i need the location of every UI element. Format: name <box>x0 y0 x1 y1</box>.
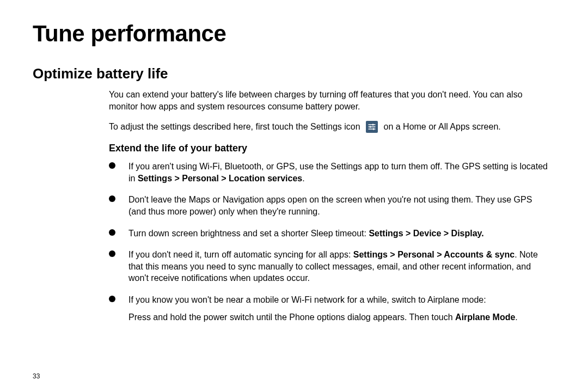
list-item: If you aren't using Wi-Fi, Bluetooth, or… <box>109 161 550 184</box>
bullet-text: Don't leave the Maps or Navigation apps … <box>128 195 532 216</box>
bullet-text: . <box>515 313 517 322</box>
svg-rect-4 <box>370 126 371 128</box>
bullet-text: Turn down screen brightness and set a sh… <box>128 229 369 238</box>
bullet-bold: Settings > Device > Display. <box>369 229 483 238</box>
svg-rect-3 <box>372 124 373 126</box>
page-number: 33 <box>33 372 40 380</box>
svg-rect-5 <box>373 128 374 130</box>
bullet-subtext: Press and hold the power switch until th… <box>128 311 550 323</box>
section-heading: Optimize battery life <box>33 65 555 82</box>
bullet-bold: Settings > Personal > Location services <box>138 174 302 183</box>
list-item: Don't leave the Maps or Navigation apps … <box>109 194 550 217</box>
page-title: Tune performance <box>33 21 555 47</box>
list-item: If you don't need it, turn off automatic… <box>109 249 550 284</box>
bullet-list: If you aren't using Wi-Fi, Bluetooth, or… <box>109 161 550 323</box>
list-item: Turn down screen brightness and set a sh… <box>109 228 550 240</box>
bullet-bold: Airplane Mode <box>455 313 515 322</box>
list-item: If you know you won't be near a mobile o… <box>109 294 550 323</box>
bullet-text: If you don't need it, turn off automatic… <box>128 250 353 259</box>
intro-text-after-icon: on a Home or All Apps screen. <box>381 121 501 133</box>
bullet-text: . <box>302 174 304 183</box>
intro-text-before-icon: To adjust the settings described here, f… <box>109 121 363 133</box>
bullet-bold: Settings > Personal > Accounts & sync <box>353 250 514 259</box>
settings-sliders-icon <box>366 121 378 133</box>
intro-paragraph-1: You can extend your battery's life betwe… <box>109 89 550 112</box>
intro-paragraph-2: To adjust the settings described here, f… <box>109 121 550 133</box>
bullet-text: If you know you won't be near a mobile o… <box>128 295 486 304</box>
bullet-text: Press and hold the power switch until th… <box>128 313 455 322</box>
subsection-heading: Extend the life of your battery <box>109 143 555 154</box>
